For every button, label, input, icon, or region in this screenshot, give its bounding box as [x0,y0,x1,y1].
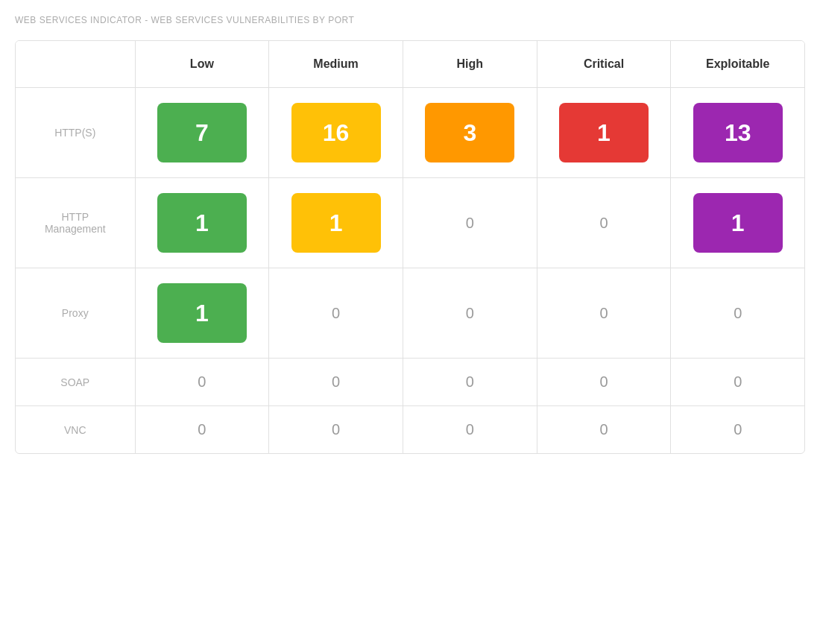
row-label: HTTP(S) [16,88,135,178]
row-label: VNC [16,406,135,454]
zero-critical: 0 [599,421,608,438]
zero-exploitable: 0 [734,373,742,391]
cell-low: 0 [135,359,269,406]
col-header-critical: Critical [537,41,671,88]
table-row: VNC00000 [16,406,804,454]
cell-critical: 0 [537,406,671,454]
zero-high: 0 [466,373,474,391]
zero-low: 0 [198,373,206,391]
badge-exploitable: 13 [693,103,783,162]
cell-exploitable: 13 [671,88,804,178]
row-label: HTTP Management [16,178,135,268]
cell-medium: 16 [269,88,403,178]
cell-medium: 0 [269,406,403,454]
cell-medium: 1 [269,178,403,268]
zero-medium: 0 [332,421,340,438]
badge-exploitable: 1 [693,193,783,253]
cell-low: 1 [135,268,269,359]
col-header-exploitable: Exploitable [671,41,804,88]
vulnerability-table: Low Medium High Critical Exploitable HTT… [15,40,805,454]
col-header-low: Low [135,41,269,88]
zero-low: 0 [198,421,206,438]
cell-low: 1 [135,178,269,268]
zero-critical: 0 [599,215,608,232]
table-row: HTTP(S)7163113 [16,88,804,178]
zero-high: 0 [466,305,474,322]
cell-exploitable: 0 [671,406,804,454]
cell-medium: 0 [269,268,403,359]
zero-critical: 0 [599,373,608,391]
zero-high: 0 [466,421,474,438]
row-label: Proxy [16,268,135,359]
badge-low: 1 [157,193,247,253]
cell-high: 0 [403,268,537,359]
cell-high: 0 [403,178,537,268]
zero-critical: 0 [599,305,608,322]
cell-high: 0 [403,359,537,406]
badge-medium: 1 [291,193,381,253]
cell-critical: 1 [537,88,671,178]
cell-exploitable: 0 [671,268,804,359]
zero-exploitable: 0 [734,421,742,438]
cell-critical: 0 [537,359,671,406]
cell-critical: 0 [537,178,671,268]
cell-high: 3 [403,88,537,178]
badge-medium: 16 [291,103,381,162]
page-title: WEB SERVICES INDICATOR - WEB SERVICES VU… [15,15,805,25]
zero-high: 0 [466,215,474,232]
cell-low: 0 [135,406,269,454]
cell-medium: 0 [269,359,403,406]
col-header-high: High [403,41,537,88]
cell-exploitable: 0 [671,359,804,406]
col-header-medium: Medium [269,41,403,88]
table-row: SOAP00000 [16,359,804,406]
cell-critical: 0 [537,268,671,359]
cell-low: 7 [135,88,269,178]
cell-exploitable: 1 [671,178,804,268]
zero-exploitable: 0 [734,305,742,322]
badge-low: 7 [157,103,247,162]
badge-low: 1 [157,283,247,343]
badge-high: 3 [425,103,514,162]
zero-medium: 0 [332,305,340,322]
cell-high: 0 [403,406,537,454]
table-row: HTTP Management11001 [16,178,804,268]
row-label: SOAP [16,359,135,406]
table-row: Proxy10000 [16,268,804,359]
col-header-label [16,41,135,88]
badge-critical: 1 [559,103,649,162]
zero-medium: 0 [332,373,340,391]
